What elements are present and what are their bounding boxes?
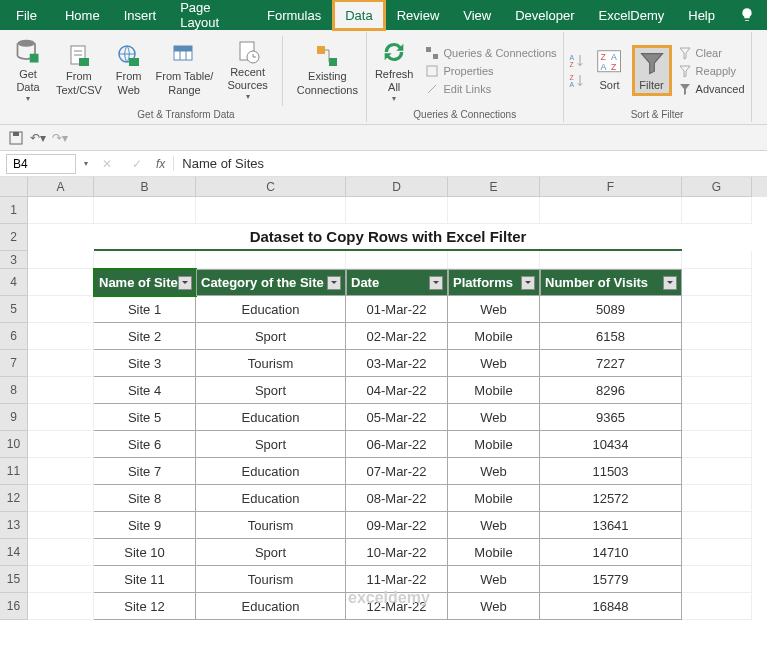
filter-dropdown-button[interactable]	[429, 276, 443, 290]
data-cell[interactable]: Web	[448, 404, 540, 431]
col-header-d[interactable]: D	[346, 177, 448, 197]
name-box-dropdown[interactable]: ▾	[84, 159, 88, 168]
cell[interactable]	[28, 458, 94, 485]
cell[interactable]	[28, 485, 94, 512]
data-cell[interactable]: 03-Mar-22	[346, 350, 448, 377]
tab-insert[interactable]: Insert	[112, 0, 169, 30]
data-cell[interactable]: Education	[196, 485, 346, 512]
get-data-button[interactable]: Get Data▾	[10, 36, 46, 106]
data-cell[interactable]: Tourism	[196, 350, 346, 377]
row-header[interactable]: 2	[0, 224, 28, 251]
col-header-f[interactable]: F	[540, 177, 682, 197]
tab-formulas[interactable]: Formulas	[255, 0, 333, 30]
row-header[interactable]: 13	[0, 512, 28, 539]
col-header-c[interactable]: C	[196, 177, 346, 197]
data-cell[interactable]: Sport	[196, 377, 346, 404]
from-table-range-button[interactable]: From Table/ Range	[152, 42, 218, 98]
cell[interactable]	[682, 350, 752, 377]
cell[interactable]	[682, 539, 752, 566]
cell[interactable]	[28, 539, 94, 566]
row-header[interactable]: 12	[0, 485, 28, 512]
cell[interactable]	[682, 458, 752, 485]
queries-connections-button[interactable]: Queries & Connections	[423, 45, 558, 61]
filter-dropdown-button[interactable]	[521, 276, 535, 290]
cell[interactable]	[28, 566, 94, 593]
data-cell[interactable]: Mobile	[448, 431, 540, 458]
data-cell[interactable]: Web	[448, 296, 540, 323]
data-cell[interactable]: Site 8	[94, 485, 196, 512]
data-cell[interactable]: Tourism	[196, 566, 346, 593]
table-header-name[interactable]: Name of Site	[94, 269, 196, 296]
cell[interactable]	[28, 512, 94, 539]
cell[interactable]	[448, 197, 540, 224]
cell[interactable]	[682, 269, 752, 296]
data-cell[interactable]: Mobile	[448, 323, 540, 350]
data-cell[interactable]: 04-Mar-22	[346, 377, 448, 404]
data-cell[interactable]: Mobile	[448, 377, 540, 404]
row-header[interactable]: 1	[0, 197, 28, 224]
redo-button[interactable]: ↷▾	[52, 131, 68, 145]
data-cell[interactable]: Web	[448, 593, 540, 620]
cell[interactable]	[682, 377, 752, 404]
data-cell[interactable]: Tourism	[196, 512, 346, 539]
data-cell[interactable]: 10434	[540, 431, 682, 458]
table-header-visits[interactable]: Number of Visits	[540, 269, 682, 296]
tab-file[interactable]: File	[0, 0, 53, 30]
cell[interactable]	[196, 197, 346, 224]
col-header-a[interactable]: A	[28, 177, 94, 197]
refresh-all-button[interactable]: Refresh All▾	[371, 36, 418, 106]
data-cell[interactable]: 12-Mar-22	[346, 593, 448, 620]
cell[interactable]	[540, 197, 682, 224]
data-cell[interactable]: 5089	[540, 296, 682, 323]
cell[interactable]	[28, 377, 94, 404]
cell[interactable]	[28, 224, 94, 251]
data-cell[interactable]: 7227	[540, 350, 682, 377]
row-header[interactable]: 10	[0, 431, 28, 458]
fx-icon[interactable]: fx	[156, 157, 165, 171]
data-cell[interactable]: 11-Mar-22	[346, 566, 448, 593]
col-header-g[interactable]: G	[682, 177, 752, 197]
filter-dropdown-button[interactable]	[327, 276, 341, 290]
cell[interactable]	[682, 431, 752, 458]
table-header-platforms[interactable]: Platforms	[448, 269, 540, 296]
data-cell[interactable]: Site 10	[94, 539, 196, 566]
col-header-b[interactable]: B	[94, 177, 196, 197]
from-text-csv-button[interactable]: From Text/CSV	[52, 42, 106, 98]
tab-exceldemy[interactable]: ExcelDemy	[587, 0, 677, 30]
data-cell[interactable]: Mobile	[448, 539, 540, 566]
data-cell[interactable]: 08-Mar-22	[346, 485, 448, 512]
cell[interactable]	[682, 485, 752, 512]
data-cell[interactable]: Site 11	[94, 566, 196, 593]
data-cell[interactable]: 06-Mar-22	[346, 431, 448, 458]
cell[interactable]	[94, 251, 196, 269]
data-cell[interactable]: 15779	[540, 566, 682, 593]
cell[interactable]	[196, 251, 346, 269]
cell[interactable]	[28, 296, 94, 323]
save-icon[interactable]	[8, 130, 24, 146]
tab-review[interactable]: Review	[385, 0, 452, 30]
cell[interactable]	[682, 251, 752, 269]
cell[interactable]	[28, 323, 94, 350]
cell[interactable]	[682, 512, 752, 539]
filter-button[interactable]: Filter	[634, 47, 670, 94]
reapply-button[interactable]: Reapply	[676, 63, 747, 79]
cell[interactable]	[28, 269, 94, 296]
col-header-e[interactable]: E	[448, 177, 540, 197]
cell[interactable]	[346, 197, 448, 224]
cell[interactable]	[28, 197, 94, 224]
tab-developer[interactable]: Developer	[503, 0, 586, 30]
table-header-category[interactable]: Category of the Site	[196, 269, 346, 296]
data-cell[interactable]: Site 5	[94, 404, 196, 431]
filter-dropdown-button[interactable]	[663, 276, 677, 290]
data-cell[interactable]: Site 3	[94, 350, 196, 377]
name-box[interactable]	[6, 154, 76, 174]
existing-connections-button[interactable]: Existing Connections	[293, 42, 362, 98]
data-cell[interactable]: Web	[448, 512, 540, 539]
row-header[interactable]: 4	[0, 269, 28, 296]
data-cell[interactable]: Education	[196, 296, 346, 323]
data-cell[interactable]: 14710	[540, 539, 682, 566]
cell[interactable]	[682, 197, 752, 224]
cell[interactable]	[682, 593, 752, 620]
data-cell[interactable]: Web	[448, 350, 540, 377]
edit-links-button[interactable]: Edit Links	[423, 81, 558, 97]
